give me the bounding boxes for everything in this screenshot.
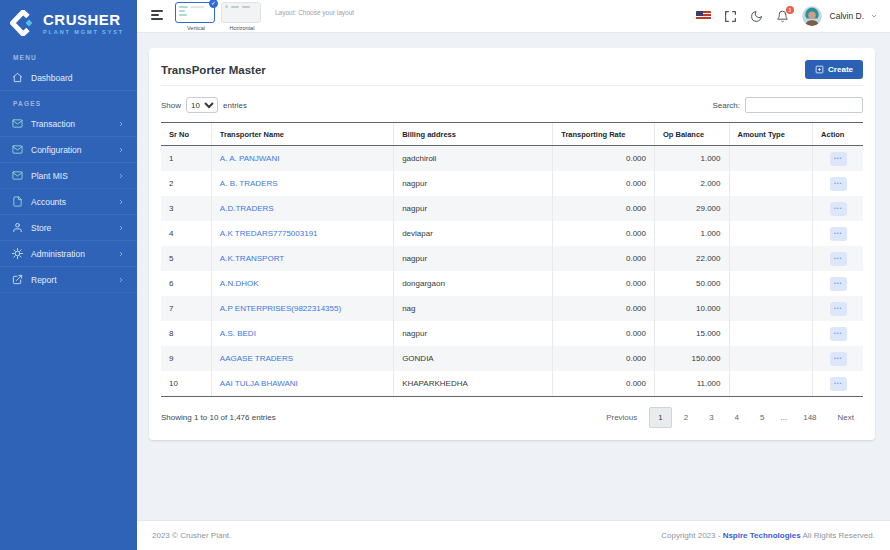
- row-actions-button[interactable]: •••: [830, 252, 847, 266]
- transporter-name-link[interactable]: AAI TULJA BHAWANI: [220, 379, 298, 388]
- transporter-name-link[interactable]: A.S. BEDI: [220, 329, 256, 338]
- table-row: 4A.K TREDARS7775003191devlapar0.0001.000…: [161, 221, 863, 246]
- sidebar-item-label: Configuration: [31, 145, 82, 155]
- user-avatar[interactable]: [802, 6, 822, 26]
- transporter-name-link[interactable]: A.K TREDARS7775003191: [220, 229, 318, 238]
- language-flag-icon[interactable]: [696, 11, 711, 21]
- app-logo[interactable]: CRUSHER PLANT MGMT SYST: [0, 0, 137, 45]
- transporter-name-link[interactable]: AAGASE TRADERS: [220, 354, 293, 363]
- layout-option-vertical[interactable]: ✓ Vertical: [175, 2, 217, 31]
- table-row: 7A.P ENTERPRISES(9822314355)nag0.00010.0…: [161, 296, 863, 321]
- sidebar-item-dashboard[interactable]: Dashboard: [0, 65, 137, 91]
- action-cell: •••: [813, 371, 863, 397]
- entries-summary: Showing 1 to 10 of 1,476 entries: [161, 413, 276, 422]
- action-cell: •••: [813, 321, 863, 346]
- sidebar-item-plant-mis[interactable]: Plant MIS: [0, 163, 137, 189]
- op-balance-cell: 1.000: [654, 221, 729, 246]
- pagination-page-3[interactable]: 3: [700, 407, 722, 428]
- row-actions-button[interactable]: •••: [830, 327, 847, 341]
- pagination-previous[interactable]: Previous: [597, 407, 646, 428]
- transporter-name-cell: A.K.TRANSPORT: [211, 246, 393, 271]
- hamburger-menu-icon[interactable]: [151, 10, 163, 20]
- table-footer: Showing 1 to 10 of 1,476 entries Previou…: [161, 407, 863, 432]
- page-size-select[interactable]: 10: [186, 97, 218, 113]
- transporting-rate-cell: 0.000: [553, 296, 655, 321]
- vertical-layout-thumbnail: ✓: [175, 2, 215, 23]
- nav-section-label: MENU: [0, 45, 137, 65]
- pagination: Previous12345...148Next: [594, 407, 863, 428]
- pagination-page-2[interactable]: 2: [675, 407, 697, 428]
- dark-mode-moon-icon[interactable]: [750, 10, 763, 23]
- column-header-op-balance[interactable]: Op Balance: [654, 123, 729, 146]
- notifications-bell-icon[interactable]: 3: [776, 10, 789, 23]
- column-header-transporter-name[interactable]: Transporter Name: [211, 123, 393, 146]
- column-header-amount-type[interactable]: Amount Type: [729, 123, 813, 146]
- column-header-billing-address[interactable]: Billing address: [394, 123, 553, 146]
- transporter-name-link[interactable]: A.P ENTERPRISES(9822314355): [220, 304, 341, 313]
- sidebar-item-accounts[interactable]: Accounts: [0, 189, 137, 215]
- pagination-page-148[interactable]: 148: [794, 407, 825, 428]
- sr-no-cell: 10: [161, 371, 211, 397]
- sr-no-cell: 8: [161, 321, 211, 346]
- action-cell: •••: [813, 271, 863, 296]
- sr-no-cell: 5: [161, 246, 211, 271]
- op-balance-cell: 22.000: [654, 246, 729, 271]
- layout-hint-text: Layout: Choose your layout: [275, 9, 354, 16]
- column-header-action[interactable]: Action: [813, 123, 863, 146]
- pagination-next[interactable]: Next: [829, 407, 863, 428]
- table-row: 8A.S. BEDInagpur0.00015.000•••: [161, 321, 863, 346]
- note-icon: [12, 196, 23, 207]
- footer-right-text: Copyright 2023 - Nspire Technologies All…: [661, 531, 875, 540]
- entries-label: entries: [223, 101, 247, 110]
- sidebar-item-report[interactable]: Report: [0, 267, 137, 293]
- horizontal-caption: Horizontal: [221, 25, 263, 31]
- pagination-page-1[interactable]: 1: [649, 407, 671, 428]
- company-link[interactable]: Nspire Technologies: [723, 531, 801, 540]
- row-actions-button[interactable]: •••: [830, 227, 847, 241]
- sidebar-item-store[interactable]: Store: [0, 215, 137, 241]
- logo-text-block: CRUSHER PLANT MGMT SYST: [43, 12, 124, 35]
- search-input[interactable]: [745, 97, 863, 113]
- billing-address-cell: GONDIA: [394, 346, 553, 371]
- mail-icon: [12, 170, 23, 181]
- transporting-rate-cell: 0.000: [553, 246, 655, 271]
- pagination-page-5[interactable]: 5: [751, 407, 773, 428]
- sidebar-item-label: Store: [31, 223, 51, 233]
- transporter-name-link[interactable]: A.K.TRANSPORT: [220, 254, 284, 263]
- user-menu-chevron-down-icon[interactable]: [870, 12, 878, 20]
- page-content: TransPorter Master Create Show 10 entrie…: [137, 33, 890, 520]
- column-header-sr-no[interactable]: Sr No: [161, 123, 211, 146]
- column-header-transporting-rate[interactable]: Transporting Rate: [553, 123, 655, 146]
- sidebar-item-transaction[interactable]: Transaction: [0, 111, 137, 137]
- sidebar: CRUSHER PLANT MGMT SYST MENUDashboardPAG…: [0, 0, 137, 550]
- row-actions-button[interactable]: •••: [830, 352, 847, 366]
- sr-no-cell: 7: [161, 296, 211, 321]
- transporting-rate-cell: 0.000: [553, 321, 655, 346]
- chevron-right-icon: [117, 276, 125, 284]
- app-tagline: PLANT MGMT SYST: [43, 29, 124, 35]
- user-name[interactable]: Calvin D.: [830, 11, 864, 21]
- fullscreen-icon[interactable]: [724, 10, 737, 23]
- row-actions-button[interactable]: •••: [830, 152, 847, 166]
- create-button[interactable]: Create: [805, 60, 863, 79]
- transporter-name-link[interactable]: A. B. TRADERS: [220, 179, 278, 188]
- app-name: CRUSHER: [43, 12, 124, 27]
- pagination-page-4[interactable]: 4: [726, 407, 748, 428]
- row-actions-button[interactable]: •••: [830, 177, 847, 191]
- transporter-name-cell: A.S. BEDI: [211, 321, 393, 346]
- sidebar-item-configuration[interactable]: Configuration: [0, 137, 137, 163]
- transporter-name-link[interactable]: A.N.DHOK: [220, 279, 259, 288]
- transporter-name-link[interactable]: A.D.TRADERS: [220, 204, 274, 213]
- transporter-table: Sr NoTransporter NameBilling addressTran…: [161, 122, 863, 397]
- main-area: ✓ Vertical Horizontal Layout: Choose you…: [137, 0, 890, 550]
- transporter-name-link[interactable]: A. A. PANJWANI: [220, 154, 280, 163]
- amount-type-cell: [729, 146, 813, 172]
- horizontal-layout-thumbnail: [221, 2, 261, 23]
- row-actions-button[interactable]: •••: [830, 202, 847, 216]
- sidebar-item-administration[interactable]: Administration: [0, 241, 137, 267]
- row-actions-button[interactable]: •••: [830, 277, 847, 291]
- row-actions-button[interactable]: •••: [830, 377, 847, 391]
- row-actions-button[interactable]: •••: [830, 302, 847, 316]
- layout-option-horizontal[interactable]: Horizontal: [221, 2, 263, 31]
- billing-address-cell: gadchiroli: [394, 146, 553, 172]
